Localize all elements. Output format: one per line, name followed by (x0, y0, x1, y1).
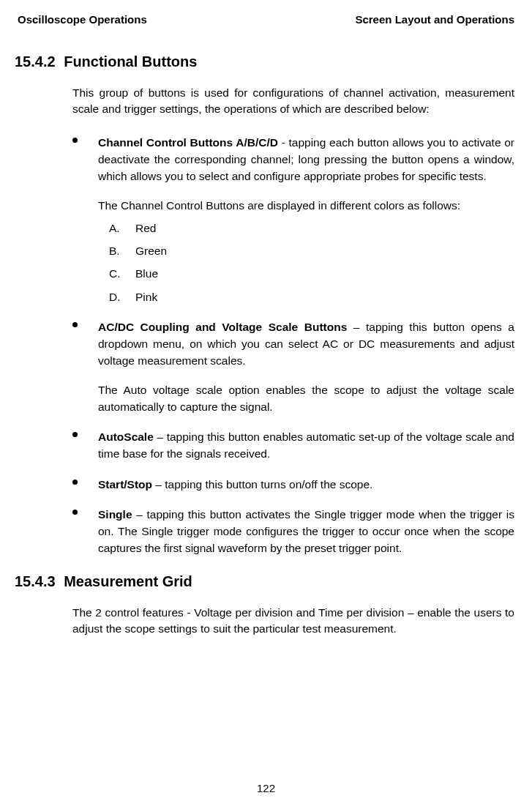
color-letter: D. (109, 288, 135, 305)
section-number: 15.4.3 (15, 573, 56, 589)
color-letter: B. (109, 242, 135, 259)
bullet-body: – tapping this button enables automatic … (98, 430, 514, 460)
bullet-text: Single – tapping this button activates t… (98, 506, 514, 557)
page-number: 122 (0, 782, 532, 794)
bullet-lead: Single (98, 508, 132, 521)
bullet-lead: AC/DC Coupling and Voltage Scale Buttons (98, 321, 347, 333)
bullet-acdc: AC/DC Coupling and Voltage Scale Buttons… (72, 318, 514, 415)
bullet-list: Channel Control Buttons A/B/C/D - tappin… (72, 134, 514, 557)
section-number: 15.4.2 (15, 53, 56, 70)
page-header: Oscilloscope Operations Screen Layout an… (18, 13, 514, 26)
color-item-b: B.Green (109, 242, 514, 259)
color-item-d: D.Pink (109, 288, 514, 305)
bullet-text: AutoScale – tapping this button enables … (98, 428, 514, 463)
section-title: Measurement Grid (64, 573, 192, 589)
color-item-c: C.Blue (109, 265, 514, 282)
color-letter: C. (109, 265, 135, 282)
color-item-a: A.Red (109, 220, 514, 236)
color-letter: A. (109, 220, 135, 236)
color-name: Pink (135, 291, 157, 303)
bullet-icon (72, 138, 78, 143)
bullet-lead: Start/Stop (98, 478, 152, 491)
bullet-lead: AutoScale (98, 430, 154, 443)
bullet-icon (72, 510, 78, 515)
header-left: Oscilloscope Operations (18, 13, 147, 26)
section-intro: The 2 control features - Voltage per div… (72, 605, 514, 638)
section-intro: This group of buttons is used for config… (72, 85, 514, 118)
bullet-subpara: The Channel Control Buttons are displaye… (98, 197, 514, 214)
bullet-icon (72, 322, 78, 327)
bullet-text: AC/DC Coupling and Voltage Scale Buttons… (98, 318, 514, 370)
section-title: Functional Buttons (64, 53, 197, 70)
color-name: Green (135, 245, 167, 257)
bullet-text: Channel Control Buttons A/B/C/D - tappin… (98, 134, 514, 185)
section-heading-functional-buttons: 15.4.2 Functional Buttons (15, 53, 514, 70)
header-right: Screen Layout and Operations (355, 13, 514, 26)
bullet-autoscale: AutoScale – tapping this button enables … (72, 428, 514, 463)
color-name: Blue (135, 267, 158, 280)
color-name: Red (135, 222, 156, 234)
section-heading-measurement-grid: 15.4.3 Measurement Grid (15, 573, 514, 590)
bullet-text: Start/Stop – tapping this button turns o… (98, 476, 514, 493)
bullet-channel-control: Channel Control Buttons A/B/C/D - tappin… (72, 134, 514, 305)
bullet-single: Single – tapping this button activates t… (72, 506, 514, 557)
bullet-icon (72, 432, 78, 437)
bullet-body: – tapping this button activates the Sing… (98, 508, 514, 555)
bullet-icon (72, 480, 78, 485)
bullet-startstop: Start/Stop – tapping this button turns o… (72, 476, 514, 493)
color-list: A.Red B.Green C.Blue D.Pink (109, 220, 514, 305)
bullet-lead: Channel Control Buttons A/B/C/D (98, 136, 278, 149)
bullet-body: – tapping this button turns on/off the s… (152, 478, 372, 491)
bullet-subpara: The Auto voltage scale option enables th… (98, 381, 514, 416)
